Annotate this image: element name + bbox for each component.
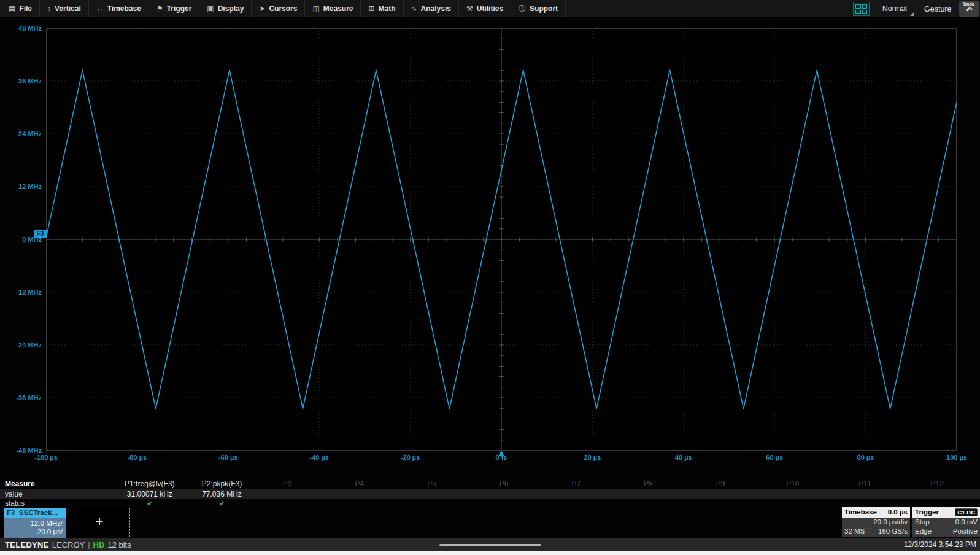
- menu-item-label: Utilities: [477, 4, 503, 13]
- measure-row-label: status: [5, 499, 25, 508]
- menu-bar: ▤File↕Vertical↔Timebase⚑Trigger▣Display➤…: [0, 0, 980, 18]
- timebase-sample-rate: 160 GS/s: [878, 527, 908, 536]
- trace-channel: F3: [7, 509, 15, 516]
- x-tick-label: 20 µs: [584, 454, 601, 461]
- oscilloscope-screen: ▤File↕Vertical↔Timebase⚑Trigger▣Display➤…: [0, 0, 980, 555]
- brand-logo: TELEDYNE LECROY | HD 12 bits: [5, 538, 131, 551]
- measure-header-P4[interactable]: P4 - - -: [330, 479, 403, 489]
- y-tick-label: 12 MHz: [18, 183, 42, 190]
- y-tick-label: 36 MHz: [18, 77, 42, 85]
- measure-row-label: value: [5, 489, 23, 499]
- plot-area[interactable]: [46, 28, 957, 451]
- measure-header-P8[interactable]: P8 - - -: [619, 479, 692, 489]
- dropdown-corner-icon: [910, 12, 914, 16]
- trigger-type-row: Edge Positive: [912, 527, 980, 536]
- trigger-type: Edge: [915, 527, 932, 536]
- x-tick-label: 0 fs: [496, 454, 507, 461]
- analysis-icon: ∿: [411, 4, 417, 13]
- trace-vertical-scale: 12.0 MHz/: [4, 519, 63, 527]
- timebase-record-length: 32 MS: [844, 527, 865, 536]
- trace-descriptor-header: F3 SSCTrack...: [4, 508, 66, 518]
- menu-item-file[interactable]: ▤File: [1, 0, 40, 17]
- menu-item-trigger[interactable]: ⚑Trigger: [149, 0, 199, 17]
- measure-header-P9[interactable]: P9 - - -: [691, 479, 763, 489]
- measure-header-P7[interactable]: P7 - - -: [547, 479, 619, 489]
- menu-item-label: Support: [530, 4, 558, 13]
- grid-cell-icon: [862, 4, 868, 9]
- x-tick-label: -20 µs: [401, 454, 420, 461]
- trace-ground-badge[interactable]: F3: [34, 230, 47, 238]
- taskbar-grab-handle[interactable]: [439, 544, 541, 546]
- measure-header-P6[interactable]: P6 - - -: [474, 479, 547, 489]
- y-tick-label: -12 MHz: [16, 289, 42, 296]
- measure-header-P10[interactable]: P10 - - -: [763, 479, 836, 489]
- measure-icon: ◫: [312, 4, 319, 13]
- brand-lecroy: LECROY: [52, 538, 85, 551]
- measure-row-label: Measure: [5, 479, 35, 489]
- display-mode-select[interactable]: Normal: [874, 0, 916, 17]
- utilities-icon: ⚒: [466, 4, 473, 13]
- trace-horizontal-scale: 20.0 µs/: [4, 527, 63, 536]
- menu-item-math[interactable]: ⊞Math: [361, 0, 403, 17]
- waveform-plot[interactable]: [46, 28, 957, 451]
- hd-badge: HD: [93, 538, 105, 551]
- menu-item-timebase[interactable]: ↔Timebase: [89, 0, 149, 17]
- add-trace-button[interactable]: +: [69, 508, 130, 537]
- trigger-header: Trigger C1 DC: [912, 507, 980, 518]
- timebase-offset: 0.0 µs: [888, 507, 908, 518]
- menu-item-label: Trigger: [167, 4, 192, 13]
- menu-item-display[interactable]: ▣Display: [199, 0, 252, 17]
- datetime-label: 12/3/2024 3:54:23 PM: [904, 538, 976, 551]
- y-tick-label: -36 MHz: [16, 394, 42, 402]
- measure-header-P11[interactable]: P11 - - -: [836, 479, 908, 489]
- menu-item-label: Cursors: [269, 4, 297, 13]
- measure-value-P2: 77.036 MHz: [186, 489, 258, 499]
- menu-item-support[interactable]: ⓘSupport: [511, 0, 566, 17]
- trigger-mode: Stop: [915, 518, 930, 527]
- menu-item-analysis[interactable]: ∿Analysis: [404, 0, 459, 17]
- x-tick-label: -100 µs: [34, 454, 58, 461]
- trigger-box[interactable]: Trigger C1 DC Stop 0.0 mV Edge Positive: [912, 507, 980, 537]
- x-axis-labels: -100 µs-80 µs-60 µs-40 µs-20 µs0 fs20 µs…: [46, 451, 957, 465]
- measure-header-P2[interactable]: P2:pkpk(F3): [186, 479, 258, 489]
- menu-item-measure[interactable]: ◫Measure: [305, 0, 361, 17]
- measure-header-P3[interactable]: P3 - - -: [258, 479, 330, 489]
- menu-item-label: Timebase: [107, 4, 141, 13]
- trigger-flag-icon: ⚑: [156, 4, 163, 13]
- measure-header-P1[interactable]: P1:freq@lv(F3): [114, 479, 186, 489]
- measure-header-P12[interactable]: P12 - - -: [908, 479, 980, 489]
- measure-status-P2: ✔: [186, 499, 258, 508]
- grid-layout-button[interactable]: [853, 2, 870, 16]
- menu-item-label: Vertical: [55, 4, 81, 13]
- timebase-icon: ↔: [96, 4, 104, 13]
- menu-item-vertical[interactable]: ↕Vertical: [40, 0, 89, 17]
- menu-item-label: Analysis: [421, 4, 451, 13]
- undo-button[interactable]: Undo ↶: [959, 1, 979, 17]
- y-tick-label: 48 MHz: [18, 25, 42, 32]
- x-tick-label: 100 µs: [946, 454, 967, 461]
- timebase-box[interactable]: Timebase 0.0 µs 20.0 µs/div 32 MS 160 GS…: [842, 507, 910, 537]
- measure-value-row: value31.00071 kHz77.036 MHz: [0, 489, 980, 499]
- measure-status-P1: ✔: [114, 499, 186, 508]
- x-tick-label: -60 µs: [218, 454, 237, 461]
- trace-descriptor-f3[interactable]: F3 SSCTrack... 12.0 MHz/ 20.0 µs/: [4, 508, 66, 537]
- trigger-title: Trigger: [915, 507, 939, 518]
- display-mode-label: Normal: [882, 4, 907, 13]
- timebase-header: Timebase 0.0 µs: [842, 507, 910, 518]
- menu-item-list: ▤File↕Vertical↔Timebase⚑Trigger▣Display➤…: [1, 0, 566, 17]
- trace-descriptor-body: 12.0 MHz/ 20.0 µs/: [4, 518, 66, 538]
- display-icon: ▣: [207, 4, 214, 13]
- measure-table: MeasureP1:freq@lv(F3)P2:pkpk(F3)P3 - - -…: [0, 479, 980, 508]
- trigger-level: 0.0 mV: [955, 518, 978, 527]
- menu-item-cursors[interactable]: ➤Cursors: [252, 0, 305, 17]
- menu-item-utilities[interactable]: ⚒Utilities: [459, 0, 511, 17]
- menu-item-label: Measure: [323, 4, 353, 13]
- timebase-scale: 20.0 µs/div: [873, 518, 908, 527]
- x-tick-label: -80 µs: [128, 454, 147, 461]
- gesture-button[interactable]: Gesture: [924, 0, 951, 17]
- measure-header-P5[interactable]: P5 - - -: [403, 479, 475, 489]
- vertical-icon: ↕: [47, 4, 51, 13]
- status-bar: TELEDYNE LECROY | HD 12 bits 12/3/2024 3…: [0, 538, 980, 551]
- bit-depth-label: 12 bits: [107, 538, 131, 551]
- measure-value-P1: 31.00071 kHz: [114, 489, 186, 499]
